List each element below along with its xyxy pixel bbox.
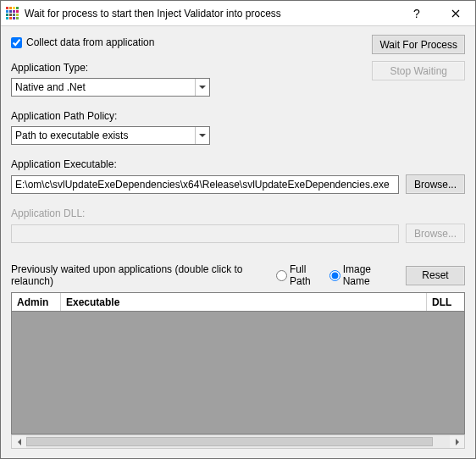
scroll-track[interactable] (26, 435, 450, 448)
dialog-window: Wait for process to start then Inject Va… (0, 0, 476, 459)
stop-waiting-button: Stop Waiting (372, 61, 465, 80)
titlebar: Wait for process to start then Inject Va… (1, 1, 475, 26)
scroll-right-icon[interactable] (450, 435, 464, 448)
image-name-radio[interactable] (329, 270, 340, 281)
app-type-value: Native and .Net (15, 81, 195, 93)
collect-data-checkbox[interactable] (11, 37, 22, 48)
table-header: Admin Executable DLL (12, 293, 464, 312)
previous-apps-table[interactable]: Admin Executable DLL (11, 292, 465, 434)
app-path-policy-value: Path to executable exists (15, 130, 195, 141)
reset-button[interactable]: Reset (406, 266, 465, 285)
app-type-select[interactable]: Native and .Net (11, 78, 210, 97)
app-dll-label: Application DLL: (11, 207, 465, 219)
app-dll-group: Application DLL: Browse... (11, 207, 465, 243)
app-dll-input (11, 224, 399, 243)
path-display-radio-group: Full Path Image Name (276, 263, 396, 287)
collect-data-label[interactable]: Collect data from application (26, 36, 154, 48)
col-executable[interactable]: Executable (61, 293, 427, 311)
previous-apps-row: Previously waited upon applications (dou… (11, 263, 465, 287)
scroll-thumb[interactable] (26, 437, 433, 446)
app-path-policy-group: Application Path Policy: Path to executa… (11, 110, 465, 145)
col-dll[interactable]: DLL (427, 293, 464, 311)
wait-for-process-button[interactable]: Wait For Process (372, 35, 465, 54)
full-path-radio-label[interactable]: Full Path (276, 263, 326, 287)
browse-exe-button[interactable]: Browse... (406, 174, 465, 194)
chevron-down-icon (195, 79, 209, 96)
dialog-body: Wait For Process Stop Waiting Collect da… (1, 26, 475, 458)
scroll-left-icon[interactable] (12, 435, 26, 448)
col-admin[interactable]: Admin (12, 293, 61, 311)
horizontal-scrollbar[interactable] (11, 434, 465, 449)
app-path-policy-label: Application Path Policy: (11, 110, 465, 122)
help-button[interactable]: ? (397, 1, 436, 26)
app-executable-input[interactable] (11, 175, 399, 194)
right-button-column: Wait For Process Stop Waiting (372, 35, 465, 80)
app-icon (6, 7, 19, 20)
previous-apps-label: Previously waited upon applications (dou… (11, 263, 268, 287)
image-name-radio-label[interactable]: Image Name (329, 263, 396, 287)
app-path-policy-select[interactable]: Path to executable exists (11, 126, 210, 145)
table-body (12, 312, 464, 434)
browse-dll-button: Browse... (406, 224, 465, 243)
app-executable-label: Application Executable: (11, 158, 465, 170)
close-button[interactable] (436, 1, 475, 26)
app-executable-group: Application Executable: Browse... (11, 158, 465, 194)
full-path-radio[interactable] (276, 270, 287, 281)
window-title: Wait for process to start then Inject Va… (25, 8, 281, 19)
chevron-down-icon (195, 127, 209, 144)
